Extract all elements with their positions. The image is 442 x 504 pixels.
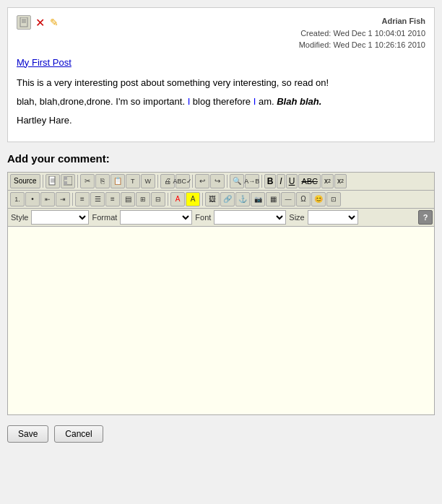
post-created: Created: Wed Dec 1 10:04:01 2010 <box>299 27 425 40</box>
iframe-icon[interactable]: ⊡ <box>326 192 341 207</box>
edit-icon[interactable]: ✎ <box>48 17 60 28</box>
sep7 <box>72 193 73 206</box>
post-body-line1: This is a very interesting post about so… <box>17 75 425 91</box>
delete-icon[interactable]: ✕ <box>34 17 46 28</box>
comment-section: Add your comment: Source <box>7 152 435 415</box>
italic-button[interactable]: I <box>277 174 285 188</box>
sep1 <box>43 175 43 188</box>
sep5 <box>227 175 228 188</box>
text-color-icon[interactable]: A <box>170 192 185 207</box>
paste-icon[interactable]: 📋 <box>110 174 125 188</box>
sep6 <box>261 175 262 188</box>
undo-icon[interactable]: ↩ <box>195 174 209 188</box>
anchor-icon[interactable]: ⚓ <box>235 192 250 207</box>
new-doc-icon[interactable] <box>46 174 60 188</box>
cut-icon[interactable]: ✂ <box>80 174 95 188</box>
subscript-button[interactable]: x2 <box>321 174 334 188</box>
sep3 <box>157 175 158 188</box>
post-header: ✕ ✎ Adrian Fish Created: Wed Dec 1 10:04… <box>17 15 425 51</box>
superscript-button[interactable]: x2 <box>334 174 347 188</box>
smiley-icon[interactable]: 😊 <box>311 192 326 207</box>
find-icon[interactable]: 🔍 <box>230 174 244 188</box>
toolbar-buttons-row2: 1. • ⇤ ⇥ ≡ ☰ ≡ ▤ ⊞ ⊟ A A <box>10 192 432 207</box>
sep4 <box>192 175 193 188</box>
toolbar-row2: 1. • ⇤ ⇥ ≡ ☰ ≡ ▤ ⊞ ⊟ A A <box>8 191 434 209</box>
align5-icon[interactable]: ⊟ <box>151 192 165 207</box>
svg-rect-10 <box>64 181 67 185</box>
underline-button[interactable]: U <box>286 174 298 188</box>
font-label: Font <box>194 213 212 222</box>
editor-content[interactable] <box>8 227 434 414</box>
bold-button[interactable]: B <box>264 174 277 188</box>
buttons-row: Save Cancel <box>7 425 435 450</box>
post-body-line2: blah, blah,drone,drone. I'm so important… <box>17 94 425 110</box>
unordered-list-icon[interactable]: • <box>25 192 40 207</box>
sep2 <box>77 175 78 188</box>
post-modified: Modified: Wed Dec 1 10:26:16 2010 <box>299 39 425 51</box>
align-right-icon[interactable]: ≡ <box>105 192 120 207</box>
image-icon[interactable]: 🖼 <box>205 192 220 207</box>
paste-word-icon[interactable]: W <box>141 174 155 188</box>
help-button[interactable]: ? <box>418 210 433 225</box>
strikethrough-button[interactable]: ABC <box>298 174 321 188</box>
insert-image2-icon[interactable]: 📷 <box>251 192 265 207</box>
format-label: Format <box>90 213 118 222</box>
body-line2-end: am. <box>256 96 277 107</box>
increase-indent-icon[interactable]: ⇥ <box>56 192 70 207</box>
align-center-icon[interactable]: ☰ <box>90 192 105 207</box>
table-icon[interactable]: ▦ <box>266 192 280 207</box>
templates-icon[interactable] <box>61 174 75 188</box>
post-body: This is a very interesting post about so… <box>17 75 425 129</box>
size-label: Size <box>287 213 306 222</box>
redo-icon[interactable]: ↪ <box>210 174 225 188</box>
copy-icon[interactable]: ⎘ <box>95 174 110 188</box>
spellcheck-icon[interactable]: ABC✓ <box>176 174 190 188</box>
post-title-link[interactable]: My First Post <box>17 57 425 68</box>
sep9 <box>202 193 203 206</box>
post-meta: Adrian Fish Created: Wed Dec 1 10:04:01 … <box>299 15 425 51</box>
hr-icon[interactable]: — <box>281 192 295 207</box>
bg-color-icon[interactable]: A <box>186 192 200 207</box>
toolbar-buttons-row1: Source ✂ ⎘ 📋 <box>10 174 432 188</box>
style-label: Style <box>9 213 30 222</box>
paste-text-icon[interactable]: T <box>126 174 140 188</box>
dropdown-row: Style Format Font Size ? <box>8 209 434 227</box>
sep8 <box>168 193 168 206</box>
svg-rect-9 <box>64 176 67 180</box>
format-select[interactable] <box>120 210 192 225</box>
special-char-icon[interactable]: Ω <box>296 192 311 207</box>
size-select[interactable] <box>308 210 358 225</box>
replace-icon[interactable]: A→B <box>245 174 259 188</box>
editor-container: Source ✂ ⎘ 📋 <box>7 172 435 415</box>
ordered-list-icon[interactable]: 1. <box>10 192 25 207</box>
style-select[interactable] <box>31 210 89 225</box>
font-select[interactable] <box>214 210 286 225</box>
cancel-button[interactable]: Cancel <box>54 425 103 443</box>
toolbar-row1: Source ✂ ⎘ 📋 <box>8 173 434 191</box>
save-button[interactable]: Save <box>7 425 48 443</box>
page-container: ✕ ✎ Adrian Fish Created: Wed Dec 1 10:04… <box>7 7 435 450</box>
post-author: Adrian Fish <box>299 15 425 27</box>
decrease-indent-icon[interactable]: ⇤ <box>40 192 55 207</box>
align-left-icon[interactable]: ≡ <box>75 192 90 207</box>
body-line2-italic-bold: Blah blah. <box>277 96 321 107</box>
align4-icon[interactable]: ⊞ <box>136 192 150 207</box>
body-line2-mid: blog therefore <box>190 96 253 107</box>
post-card: ✕ ✎ Adrian Fish Created: Wed Dec 1 10:04… <box>7 7 435 142</box>
post-actions: ✕ ✎ <box>17 15 60 30</box>
post-body-line3: Hartley Hare. <box>17 113 425 129</box>
page-icon[interactable] <box>17 15 31 30</box>
link-icon[interactable]: 🔗 <box>220 192 235 207</box>
body-line2-pre: blah, blah,drone,drone. I'm so important… <box>17 96 188 107</box>
source-button[interactable]: Source <box>10 174 40 188</box>
comment-label: Add your comment: <box>7 152 435 165</box>
justify-icon[interactable]: ▤ <box>121 192 135 207</box>
